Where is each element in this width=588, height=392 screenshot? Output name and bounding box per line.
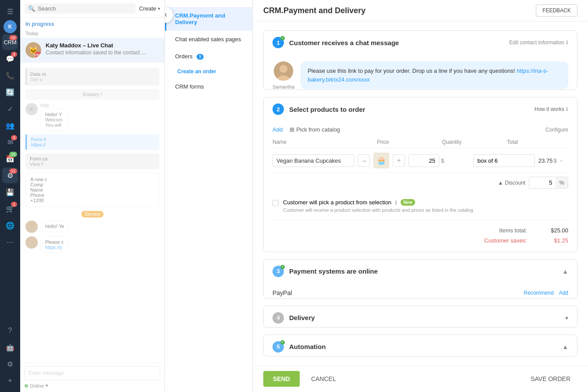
step5-number: 5 ✓ <box>272 341 284 353</box>
new-badge: New <box>401 199 415 206</box>
in-progress-header: In progress <box>20 18 165 29</box>
price-input[interactable] <box>409 154 439 167</box>
totals-section: Items total: $25.00 Customer saves: $1.2… <box>272 220 568 252</box>
more-icon[interactable]: ⋯ <box>2 234 18 250</box>
product-name-cell: → 🧁 + <box>272 153 405 168</box>
mail-icon[interactable]: ✉ 3 <box>2 134 18 150</box>
nav-orders[interactable]: Orders 9 <box>165 48 252 65</box>
avatar[interactable]: K <box>4 20 17 33</box>
product-image: 🧁 <box>373 153 389 168</box>
total-delete-icon[interactable]: × <box>559 157 563 164</box>
katy-avatar: 🐱 CRM <box>25 42 41 58</box>
menu-icon[interactable]: ☰ <box>2 4 18 19</box>
edit-contact-link[interactable]: Edit contact information ℹ <box>509 39 568 46</box>
how-it-works-link[interactable]: How it works ℹ <box>534 106 568 112</box>
feedback-button[interactable]: FEEDBACK <box>536 4 577 17</box>
qty-cell <box>473 154 535 167</box>
discount-input-group: % <box>529 177 568 189</box>
chat-item-katy[interactable]: 🐱 CRM Katy Maddox – Live Chat Contact in… <box>20 38 165 63</box>
robot-icon[interactable]: 🤖 <box>2 339 18 355</box>
discount-toggle[interactable]: ▲ Discount <box>498 180 526 186</box>
search-icon: 🔍 <box>28 5 35 12</box>
payment-name: PayPal <box>272 289 292 296</box>
items-total-value: $25.00 <box>538 227 568 234</box>
step5-header[interactable]: 5 ✓ Automation ▲ <box>264 335 577 356</box>
col-price-header: Price <box>377 139 438 145</box>
step1-header: 1 ✓ Customer receives a chat message Edi… <box>264 31 577 54</box>
main-body: 1 ✓ Customer receives a chat message Edi… <box>253 21 588 365</box>
step5-title: Automation <box>289 343 326 350</box>
discount-input[interactable] <box>529 177 556 188</box>
step3-title: Payment systems are online <box>289 267 378 275</box>
total-cell: 23.75 $ × <box>538 157 577 164</box>
chat-icon[interactable]: 💬 3 <box>2 51 18 67</box>
in-progress-label: In progress <box>25 21 159 27</box>
crm-badge: 18 <box>9 35 17 40</box>
add-product-link[interactable]: Add <box>272 126 283 133</box>
total-currency: $ <box>554 157 557 164</box>
settings-icon[interactable]: ⚙ <box>2 356 18 372</box>
search-input[interactable] <box>38 5 132 12</box>
step2-body: Add ⊞ Pick from catalog Configure Name P… <box>264 121 577 252</box>
contacts-icon[interactable]: 👥 <box>2 118 18 133</box>
items-total-row: Items total: $25.00 <box>272 225 568 235</box>
step4-header[interactable]: 4 Delivery ▾ <box>264 306 577 328</box>
disk-icon[interactable]: 💾 <box>2 184 18 200</box>
question-icon[interactable]: ? <box>2 323 18 339</box>
footer-actions: SEND CANCEL <box>263 371 343 387</box>
message-bubble: Please use this link to pay for your ord… <box>301 61 568 89</box>
store-icon[interactable]: 🛒 1 <box>2 201 18 217</box>
configure-link[interactable]: Configure <box>545 127 568 133</box>
step1-title: Customer receives a chat message <box>289 39 399 46</box>
calendar-badge: 15 <box>9 152 17 157</box>
pick-catalog-link[interactable]: ⊞ Pick from catalog <box>290 126 340 133</box>
store-badge: 1 <box>11 202 17 207</box>
customer-pick-row: Customer will pick a product from select… <box>272 192 568 216</box>
cancel-button[interactable]: CANCEL <box>304 371 343 387</box>
nav-chat-sales-pages[interactable]: Chat enabled sales pages <box>165 31 252 48</box>
qty-input[interactable] <box>473 154 535 167</box>
orders-badge: 9 <box>197 54 204 60</box>
active-section-icon[interactable]: ⚙ 12 <box>2 167 18 183</box>
samantha-avatar <box>274 61 293 81</box>
payment-add-link[interactable]: Add <box>559 290 568 296</box>
crm-nav-panel: CRM.Payment and Delivery Chat enabled sa… <box>165 0 253 392</box>
enter-message-placeholder[interactable]: Enter message <box>25 366 160 380</box>
step1-check-icon: ✓ <box>280 36 285 40</box>
nav-create-order[interactable]: Create an order <box>165 65 252 78</box>
calendar-icon[interactable]: 📅 15 <box>2 151 18 167</box>
product-name-input[interactable] <box>272 154 354 167</box>
search-box[interactable]: 🔍 <box>25 4 136 14</box>
nav-crm-payment-delivery[interactable]: CRM.Payment and Delivery <box>165 7 252 31</box>
product-add-image-button[interactable]: + <box>393 154 405 167</box>
recommend-link[interactable]: Recommend <box>524 290 554 296</box>
customer-pick-label: Customer will pick a product from select… <box>283 199 391 206</box>
send-button[interactable]: SEND <box>263 371 300 387</box>
chat-item-preview: Contact information saved to the contact… <box>46 50 159 56</box>
chat-messages-bg: Data reSite p Enquiry ! K Katy Hello! YW… <box>20 63 165 362</box>
step3-number: 3 ✓ <box>272 266 284 277</box>
phone-icon[interactable]: 📞 <box>2 68 18 83</box>
nav-crm-forms[interactable]: CRM forms <box>165 78 252 95</box>
step5-card: 5 ✓ Automation ▲ <box>263 335 577 356</box>
customer-pick-checkbox[interactable] <box>272 200 279 206</box>
deals-icon[interactable]: 🔄 <box>2 84 18 100</box>
product-arrow-button[interactable]: → <box>358 154 370 167</box>
create-label: Create <box>139 5 156 12</box>
col-total-header: Total <box>507 139 568 145</box>
crm-icon[interactable]: CRM 18 <box>2 34 18 50</box>
tasks-icon[interactable]: ✓ <box>2 101 18 117</box>
create-button[interactable]: Create ▾ <box>139 5 160 12</box>
save-order-button[interactable]: SAVE ORDER <box>523 371 577 387</box>
plus-add-icon[interactable]: + <box>2 373 18 388</box>
chat-item-name: Katy Maddox – Live Chat <box>46 42 159 49</box>
discount-row: ▲ Discount % <box>272 173 568 192</box>
amount-payable-row: Amount payable: $23.75 <box>272 246 568 252</box>
sites-icon[interactable]: 🌐 <box>2 217 18 233</box>
step2-title: Select products to order <box>289 106 365 113</box>
chat-item-content: Katy Maddox – Live Chat Contact informat… <box>46 42 159 56</box>
customer-pick-info-icon: ℹ <box>395 200 397 206</box>
chat-badge: 3 <box>11 52 17 57</box>
step1-body: Samantha Please use this link to pay for… <box>264 54 577 90</box>
create-arrow-icon: ▾ <box>158 6 160 11</box>
